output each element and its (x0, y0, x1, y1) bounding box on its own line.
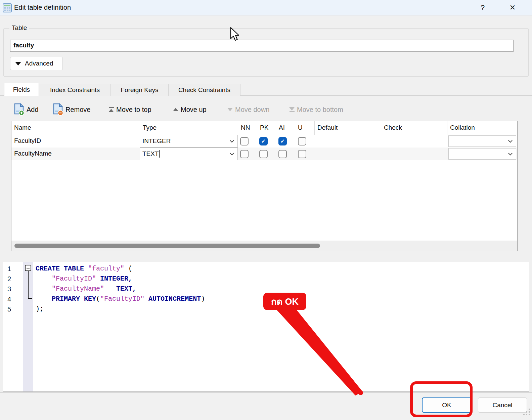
line-number: 3 (3, 284, 18, 294)
chevron-down-icon (230, 138, 234, 143)
col-header-nn[interactable]: NN (238, 121, 257, 135)
annotation-bubble: กด OK (263, 293, 306, 310)
title-bar: Edit table definition ? ✕ (0, 0, 532, 15)
table-row[interactable]: FacultyName TEXT (11, 148, 517, 160)
tab-foreign-keys[interactable]: Foreign Keys (111, 84, 168, 96)
tab-index-constraints[interactable]: Index Constraints (39, 84, 111, 96)
field-name-cell[interactable]: FacultyName (11, 148, 140, 160)
col-header-collation[interactable]: Collation (447, 121, 517, 135)
dialog-button-bar: OK Cancel (0, 392, 532, 420)
nn-checkbox[interactable] (240, 150, 249, 158)
sql-line: CREATE TABLE "faculty" ( (36, 264, 132, 274)
col-header-pk[interactable]: PK (257, 121, 276, 135)
field-type-combo-editing[interactable]: TEXT (140, 148, 238, 160)
col-header-u[interactable]: U (295, 121, 314, 135)
table-group-label: Table (9, 24, 29, 32)
text-caret (159, 150, 160, 158)
move-down-button[interactable]: Move down (227, 102, 269, 117)
col-header-type[interactable]: Type (140, 121, 238, 135)
move-to-bottom-label: Move to bottom (297, 106, 343, 114)
advanced-button[interactable]: Advanced (10, 57, 63, 70)
line-number: 1 (3, 264, 18, 274)
nn-checkbox[interactable] (240, 137, 249, 145)
code-fold-toggle-icon[interactable] (25, 265, 31, 271)
sql-line: "FacultyID" INTEGER, (36, 274, 132, 284)
add-field-button[interactable]: Add (14, 102, 39, 117)
add-label: Add (27, 106, 39, 114)
remove-document-icon (53, 103, 63, 116)
col-header-name[interactable]: Name (11, 121, 140, 135)
remove-label: Remove (65, 106, 90, 114)
sql-line: PRIMARY KEY("FacultyID" AUTOINCREMENT) (36, 294, 205, 304)
move-up-label: Move up (181, 106, 207, 114)
check-cell[interactable] (381, 135, 447, 148)
table-groupbox (3, 28, 529, 77)
chevron-down-icon (508, 151, 513, 156)
line-number: 5 (3, 304, 18, 314)
remove-field-button[interactable]: Remove (53, 102, 90, 117)
sql-line: "FacultyName" TEXT, (36, 284, 136, 294)
move-to-top-label: Move to top (116, 106, 151, 114)
ok-button[interactable]: OK (422, 397, 472, 413)
edit-table-definition-dialog: Edit table definition ? ✕ Table faculty … (0, 0, 532, 420)
table-name-input[interactable]: faculty (10, 40, 514, 52)
help-button[interactable]: ? (475, 2, 490, 13)
ai-checkbox[interactable]: ✓ (278, 137, 287, 145)
field-name-cell[interactable]: FacultyID (11, 135, 140, 148)
chevron-down-icon (508, 138, 513, 143)
move-up-icon (173, 108, 179, 111)
table-row[interactable]: FacultyID INTEGER ✓ ✓ (11, 135, 517, 148)
chevron-down-icon (15, 62, 21, 66)
horizontal-scrollbar[interactable] (11, 241, 517, 251)
u-checkbox[interactable] (298, 137, 306, 145)
field-type-value: TEXT (142, 150, 159, 158)
move-to-top-button[interactable]: Move to top (108, 102, 151, 117)
pk-checkbox[interactable] (259, 150, 268, 158)
col-header-default[interactable]: Default (314, 121, 381, 135)
chevron-down-icon (230, 151, 234, 156)
ai-checkbox[interactable] (278, 150, 287, 158)
advanced-label: Advanced (25, 60, 53, 67)
field-type-value: INTEGER (142, 137, 171, 145)
move-to-bottom-icon (289, 107, 295, 112)
fold-guide-corner (28, 298, 32, 299)
move-down-icon (227, 108, 233, 111)
table-icon (3, 3, 12, 12)
fields-grid: Name Type NN PK AI U Default Check Colla… (11, 121, 518, 251)
collation-combo[interactable] (448, 148, 516, 160)
move-to-top-icon (108, 107, 114, 112)
line-number: 4 (3, 294, 18, 304)
scrollbar-thumb[interactable] (14, 244, 320, 248)
col-header-ai[interactable]: AI (276, 121, 295, 135)
u-checkbox[interactable] (298, 150, 306, 158)
tab-check-constraints[interactable]: Check Constraints (168, 84, 240, 96)
fold-guide-line (28, 271, 29, 299)
cancel-button[interactable]: Cancel (478, 397, 527, 413)
move-down-label: Move down (235, 106, 269, 114)
collation-combo[interactable] (448, 135, 516, 147)
sql-preview-editor[interactable]: 1 2 3 4 5 CREATE TABLE "faculty" ( "Facu… (3, 262, 529, 392)
line-number: 2 (3, 274, 18, 284)
check-cell[interactable] (381, 148, 447, 160)
pk-checkbox[interactable]: ✓ (259, 137, 268, 145)
field-type-combo[interactable]: INTEGER (140, 135, 238, 148)
tab-fields[interactable]: Fields (4, 83, 39, 96)
move-to-bottom-button[interactable]: Move to bottom (289, 102, 343, 117)
window-title: Edit table definition (14, 4, 71, 11)
default-cell[interactable] (314, 135, 381, 148)
move-up-button[interactable]: Move up (173, 102, 207, 117)
close-button[interactable]: ✕ (505, 2, 520, 13)
col-header-check[interactable]: Check (381, 121, 447, 135)
default-cell[interactable] (314, 148, 381, 160)
resize-grip[interactable] (523, 409, 531, 416)
sql-line: ); (36, 304, 44, 314)
add-document-icon (14, 103, 25, 116)
